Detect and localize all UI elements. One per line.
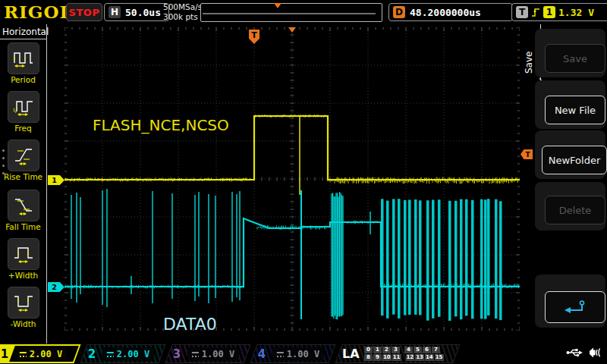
- acquisition-info: 500MSa/s 300k pts: [163, 2, 202, 22]
- trigger-position-indicator[interactable]: [274, 3, 281, 8]
- trigger-readout[interactable]: T 1 1.32 V: [511, 3, 607, 21]
- trigger-source-badge: 1: [543, 6, 555, 18]
- menu-item-freq[interactable]: ¹/ Freq: [0, 91, 46, 133]
- period-icon: [8, 42, 39, 74]
- menu-item-plus-width[interactable]: +Width: [0, 238, 46, 280]
- status-bar: RIGOL STOP H 50.0us 500MSa/s 300k pts D …: [0, 0, 607, 24]
- memory-depth: 300k pts: [163, 12, 202, 22]
- menu-item-fall-time[interactable]: Fall Time: [0, 190, 46, 231]
- minus-width-icon: [8, 287, 39, 318]
- channel-3-indicator[interactable]: 3 1.00 V: [165, 344, 250, 363]
- waveform-display: FLASH_NCE,NCSODATA0: [64, 27, 520, 331]
- freq-icon: ¹/: [8, 91, 39, 123]
- menu-item-rise-time[interactable]: Rise Time: [0, 140, 46, 181]
- ch2-ground-marker[interactable]: 2: [48, 282, 64, 292]
- channel-2-indicator[interactable]: 2 2.00 V: [80, 344, 165, 363]
- la-indicator[interactable]: LA 0123 4567 891011 12131415: [335, 344, 460, 363]
- dc-coupling-icon: [107, 351, 114, 357]
- fall-time-icon: [8, 190, 39, 221]
- channel-1-indicator[interactable]: 1 2.00 V: [0, 344, 81, 363]
- rigol-logo: RIGOL: [4, 2, 73, 22]
- beeper-icon: [587, 347, 601, 359]
- measure-menu-title: Horizontal: [0, 24, 46, 39]
- preview-waveform: [201, 4, 380, 20]
- menu-item-period[interactable]: Period: [0, 42, 46, 84]
- return-arrow-icon: [564, 300, 587, 315]
- delete-button[interactable]: Delete: [545, 196, 605, 224]
- channel-4-indicator[interactable]: 4 1.00 V: [250, 344, 335, 363]
- measure-menu: Horizontal Period ¹/ Freq: [0, 24, 47, 344]
- screen-center-marker: [288, 27, 296, 33]
- menu-item-minus-width[interactable]: -Width: [0, 287, 46, 328]
- delay-readout[interactable]: D 48.2000000us: [388, 3, 513, 21]
- la-digit-grid: 0123 4567 891011 12131415: [364, 347, 444, 361]
- new-folder-button[interactable]: NewFolder: [542, 146, 607, 174]
- ch1-ground-marker[interactable]: 1: [48, 175, 64, 185]
- menu-scroll-dots: [2, 149, 5, 174]
- save-menu-tab: Save: [524, 47, 536, 77]
- h-badge: H: [109, 6, 121, 18]
- new-file-button[interactable]: New File: [545, 96, 605, 124]
- delay-value: 48.2000000us: [410, 7, 481, 18]
- svg-text:¹/: ¹/: [13, 107, 17, 115]
- timebase-value: 50.0us: [125, 7, 161, 18]
- svg-text:FLASH_NCE,NCSO: FLASH_NCE,NCSO: [93, 116, 229, 134]
- d-badge: D: [393, 6, 405, 18]
- svg-text:DATA0: DATA0: [163, 315, 217, 331]
- horizontal-timebase-readout[interactable]: H 50.0us: [104, 3, 169, 21]
- plus-width-icon: [8, 238, 39, 270]
- rise-time-icon: [8, 140, 39, 171]
- usb-icon: [566, 347, 583, 358]
- dc-coupling-icon: [277, 351, 284, 357]
- return-button[interactable]: [545, 291, 605, 323]
- dc-coupling-icon: [192, 351, 199, 357]
- save-button[interactable]: Save: [545, 44, 605, 73]
- channel-status-bar: 1 2.00 V 2 2.00 V 3 1.00 V 4 1.00 V LA 0…: [0, 344, 607, 364]
- sample-rate: 500MSa/s: [163, 2, 202, 12]
- trigger-level-marker[interactable]: T: [521, 149, 533, 159]
- rising-edge-icon: [531, 7, 540, 18]
- dc-coupling-icon: [20, 351, 27, 357]
- run-state-badge[interactable]: STOP: [66, 3, 102, 21]
- waveform-memory-preview[interactable]: [200, 3, 382, 22]
- trigger-level-value: 1.32 V: [558, 7, 594, 18]
- t-badge: T: [516, 6, 528, 18]
